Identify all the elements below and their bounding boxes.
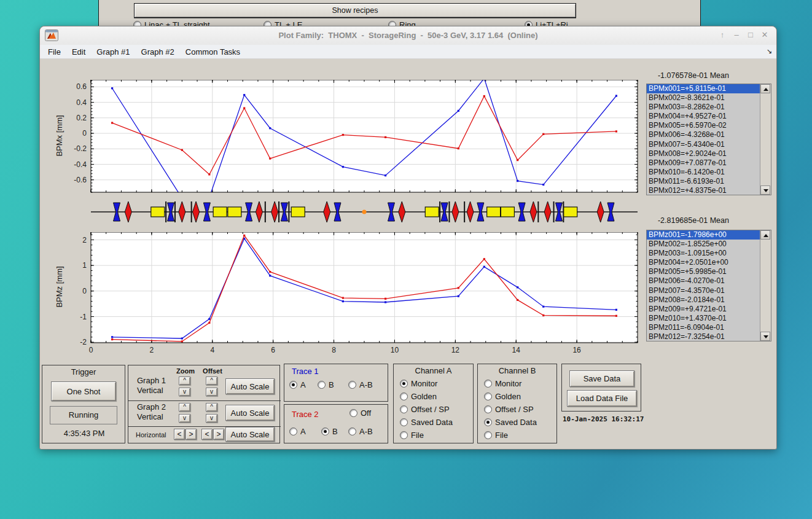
running-status[interactable]: Running	[50, 406, 117, 424]
h-zoom-right-button[interactable]: >	[185, 429, 197, 440]
row-separator	[128, 400, 281, 401]
y-tick-label: 1	[82, 261, 87, 270]
menu-common-tasks[interactable]: Common Tasks	[180, 46, 246, 58]
bpmz-list-item[interactable]: BPMz005=+5.9985e-01	[647, 267, 760, 276]
g1-zoom-down-button[interactable]: v	[179, 388, 190, 396]
minimize-icon[interactable]: –	[732, 30, 741, 39]
channel-a-radio-monitor[interactable]: Monitor	[400, 379, 437, 388]
bpmz-list-item[interactable]: BPMz010=+1.4370e-01	[647, 314, 760, 323]
g1-offset-up-button[interactable]: ^	[206, 377, 217, 385]
focusing-quad-icon	[324, 201, 330, 222]
bpmx-list-rows: BPMx001=+5.8115e-01BPMx002=-8.3621e-01BP…	[647, 84, 760, 195]
h-autoscale-button[interactable]: Auto Scale	[225, 427, 275, 442]
g1-autoscale-button[interactable]: Auto Scale	[225, 378, 275, 394]
radio-label: Golden	[495, 392, 521, 401]
channel-b-radio-monitor[interactable]: Monitor	[484, 379, 521, 388]
channel-b-title: Channel B	[478, 366, 556, 375]
bpmz-list-item[interactable]: BPMz011=-6.0904e-01	[647, 323, 760, 332]
bpmx-list-item[interactable]: BPMx009=+7.0877e-01	[647, 158, 760, 168]
bpmx-list[interactable]: BPMx001=+5.8115e-01BPMx002=-8.3621e-01BP…	[646, 84, 771, 195]
scroll-up-button[interactable]	[760, 84, 770, 93]
radio-circle-icon	[400, 405, 408, 413]
scroll-down-button[interactable]	[760, 332, 770, 341]
bpmx-mean: -1.076578e-01 Mean	[658, 71, 729, 80]
bpmx-list-item[interactable]: BPMx008=+2.9024e-01	[647, 149, 760, 158]
channel-a-radio-offset-sp[interactable]: Offset / SP	[400, 405, 450, 414]
channel-b-radio-saved-data[interactable]: Saved Data	[484, 418, 537, 427]
trace2-radio-a[interactable]: A	[289, 427, 306, 436]
resize-corner-icon[interactable]: ↘	[767, 47, 772, 55]
focusing-quad-icon	[452, 201, 459, 222]
h-zoom-left-button[interactable]: <	[174, 429, 185, 440]
channel-b-radio-file[interactable]: File	[484, 431, 508, 440]
bpmz-list-item[interactable]: BPMz002=-1.8525e+00	[647, 240, 760, 249]
bpmz-chart-svg: 0246810121416210-1-2	[61, 232, 651, 356]
y-tick-label: -0.6	[74, 176, 87, 184]
bpmz-list-item[interactable]: BPMz001=-1.7986e+00	[647, 230, 760, 240]
bpmx-list-item[interactable]: BPMx007=-5.4340e-01	[647, 140, 760, 149]
menu-edit[interactable]: Edit	[66, 46, 91, 58]
menu-graph-1[interactable]: Graph #1	[91, 46, 135, 58]
menu-graph-2[interactable]: Graph #2	[136, 46, 180, 58]
radio-circle-icon	[484, 392, 492, 400]
one-shot-button[interactable]: One Shot	[51, 381, 116, 401]
bpmx-list-item[interactable]: BPMx006=-4.3268e-01	[647, 130, 760, 139]
scroll-up-button[interactable]	[760, 230, 770, 240]
g2-offset-down-button[interactable]: v	[206, 414, 217, 423]
scroll-down-button[interactable]	[760, 185, 770, 195]
maximize-icon[interactable]: □	[746, 30, 755, 39]
channel-a-radio-file[interactable]: File	[400, 431, 424, 440]
titlebar[interactable]: Plot Family: THOMX - StorageRing - 50e-3…	[40, 26, 776, 45]
trace1-radio-a[interactable]: A	[289, 380, 306, 389]
radio-circle-icon	[348, 381, 356, 389]
bpmz-list-scrollbar[interactable]	[760, 230, 771, 341]
bpmx-list-item[interactable]: BPMx010=-6.1420e-01	[647, 168, 760, 177]
channel-b-radio-golden[interactable]: Golden	[484, 392, 521, 401]
show-recipes-button[interactable]: Show recipes	[134, 3, 576, 18]
bpmx-list-item[interactable]: BPMx012=+4.8375e-01	[647, 186, 760, 195]
radio-label: A-B	[359, 427, 373, 436]
bpmz-list-item[interactable]: BPMz007=-4.3570e-01	[647, 286, 760, 295]
trace2-radio-b[interactable]: B	[321, 427, 338, 436]
focusing-quad-icon	[256, 201, 262, 222]
bpmx-list-item[interactable]: BPMx003=-8.2862e-01	[647, 103, 760, 112]
trace2-radio-a-b[interactable]: A-B	[348, 427, 373, 436]
bpmz-list-item[interactable]: BPMz003=-1.0915e+00	[647, 249, 760, 258]
bpmz-list[interactable]: BPMz001=-1.7986e+00BPMz002=-1.8525e+00BP…	[646, 230, 771, 341]
g1-offset-down-button[interactable]: v	[206, 388, 217, 396]
restore-icon[interactable]: ↑	[718, 30, 727, 39]
g2-zoom-down-button[interactable]: v	[179, 414, 190, 423]
load-data-file-button[interactable]: Load Data File	[567, 390, 637, 407]
zoom-header: Zoom	[171, 367, 200, 375]
channel-b-radio-offset-sp[interactable]: Offset / SP	[484, 405, 534, 414]
bpmx-list-scrollbar[interactable]	[760, 84, 771, 195]
save-data-button[interactable]: Save Data	[569, 370, 634, 387]
channel-a-radio-saved-data[interactable]: Saved Data	[400, 418, 453, 427]
close-icon[interactable]: ✕	[760, 30, 769, 39]
x-tick-label: 14	[512, 346, 521, 354]
bpmx-list-item[interactable]: BPMx011=-6.6193e-01	[647, 177, 760, 186]
g2-zoom-up-button[interactable]: ^	[179, 403, 190, 412]
g1-zoom-up-button[interactable]: ^	[179, 377, 190, 385]
bpmz-list-item[interactable]: BPMz012=-7.3254e-01	[647, 332, 760, 341]
trace2-radio-off[interactable]: Off	[349, 408, 371, 418]
trace1-radio-b[interactable]: B	[318, 380, 334, 389]
bpmz-list-item[interactable]: BPMz009=+9.4721e-01	[647, 305, 760, 314]
bpmz-list-item[interactable]: BPMz008=-2.0184e-01	[647, 295, 760, 305]
bpmx-list-item[interactable]: BPMx002=-8.3621e-01	[647, 93, 760, 103]
bpmx-list-item[interactable]: BPMx004=+4.9527e-01	[647, 112, 760, 121]
h-offset-right-button[interactable]: >	[213, 429, 224, 440]
radio-label: Golden	[411, 392, 437, 401]
bpmz-list-item[interactable]: BPMz004=+2.0501e+00	[647, 258, 760, 267]
g2-autoscale-button[interactable]: Auto Scale	[225, 405, 275, 421]
channel-a-radio-golden[interactable]: Golden	[400, 392, 437, 401]
dipole-icon	[501, 207, 514, 217]
radio-circle-icon	[484, 418, 492, 426]
trace1-radio-a-b[interactable]: A-B	[348, 380, 373, 389]
bpmx-list-item[interactable]: BPMx001=+5.8115e-01	[647, 84, 760, 93]
menu-file[interactable]: File	[42, 46, 66, 58]
bpmx-list-item[interactable]: BPMx005=+6.5970e-02	[647, 121, 760, 130]
h-offset-left-button[interactable]: <	[201, 429, 213, 440]
g2-offset-up-button[interactable]: ^	[206, 403, 217, 412]
bpmz-list-item[interactable]: BPMz006=-4.0270e-01	[647, 276, 760, 286]
